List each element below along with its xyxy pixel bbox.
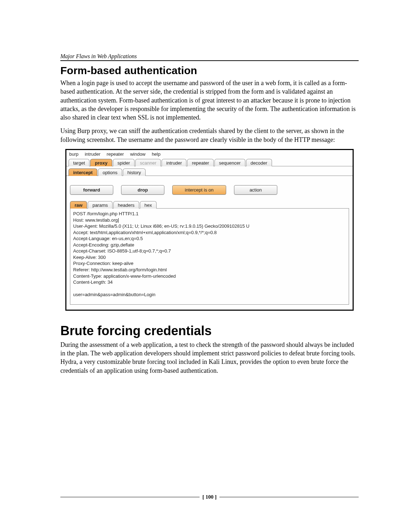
menu-help[interactable]: help bbox=[152, 151, 160, 157]
section-heading-form-auth: Form-based authentication bbox=[60, 65, 359, 77]
intercept-toggle-button[interactable]: intercept is on bbox=[172, 185, 226, 195]
raw-line: Content-Type: application/x-www-form-url… bbox=[73, 273, 176, 279]
menu-intruder[interactable]: intruder bbox=[85, 151, 100, 157]
raw-line: Accept: text/html,application/xhtml+xml,… bbox=[73, 230, 217, 235]
section-heading-brute-force: Brute forcing credentials bbox=[60, 323, 359, 338]
subtab-history[interactable]: history bbox=[123, 168, 146, 176]
footer-rule bbox=[219, 497, 359, 497]
raw-line: POST /form/login.php HTTP/1.1 bbox=[73, 211, 138, 216]
tab-proxy[interactable]: proxy bbox=[90, 159, 112, 166]
raw-line: Accept-Charset: ISO-8859-1,utf-8;q=0.7,*… bbox=[73, 248, 171, 254]
raw-line: Host: www.testlab.org bbox=[73, 217, 118, 223]
sub-tab-row: intercept options history bbox=[66, 166, 353, 176]
viewtab-hex[interactable]: hex bbox=[140, 201, 157, 209]
tab-decoder[interactable]: decoder bbox=[246, 159, 272, 166]
viewtab-raw[interactable]: raw bbox=[70, 201, 87, 209]
burp-screenshot: burp intruder repeater window help targe… bbox=[65, 149, 354, 311]
raw-line: Accept-Encoding: gzip,deflate bbox=[73, 242, 134, 248]
body-paragraph: When a login page is used to accept the … bbox=[60, 79, 359, 122]
menu-repeater[interactable]: repeater bbox=[107, 151, 124, 157]
tab-repeater[interactable]: repeater bbox=[187, 159, 213, 166]
viewtab-params[interactable]: params bbox=[88, 201, 112, 209]
menu-window[interactable]: window bbox=[130, 151, 145, 157]
body-paragraph: Using Burp proxy, we can sniff the authe… bbox=[60, 127, 359, 144]
footer-rule bbox=[60, 497, 200, 497]
text-cursor-icon bbox=[118, 218, 119, 223]
tab-scanner[interactable]: scanner bbox=[135, 159, 161, 166]
drop-button[interactable]: drop bbox=[121, 185, 164, 195]
raw-request-view[interactable]: POST /form/login.php HTTP/1.1 Host: www.… bbox=[70, 209, 349, 305]
raw-line: Accept-Language: en-us,en;q=0.5 bbox=[73, 236, 143, 241]
body-paragraph: During the assessment of a web applicati… bbox=[60, 340, 359, 375]
raw-line: user=admin&pass=admin&button=Login bbox=[73, 292, 156, 297]
menu-burp[interactable]: burp bbox=[69, 151, 78, 157]
tab-target[interactable]: target bbox=[69, 159, 89, 166]
raw-line: Proxy-Connection: keep-alive bbox=[73, 261, 134, 266]
forward-button[interactable]: forward bbox=[70, 185, 113, 195]
viewtab-headers[interactable]: headers bbox=[113, 201, 139, 209]
tab-intruder[interactable]: intruder bbox=[162, 159, 186, 166]
page-number: [ 100 ] bbox=[200, 494, 219, 500]
subtab-options[interactable]: options bbox=[98, 168, 122, 176]
tab-spider[interactable]: spider bbox=[113, 159, 135, 166]
raw-line: Referer: http://www.testlab.org/form/log… bbox=[73, 267, 167, 272]
raw-line: User-Agent: Mozilla/5.0 (X11; U; Linux i… bbox=[73, 223, 249, 229]
tab-sequencer[interactable]: sequencer bbox=[214, 159, 245, 166]
subtab-intercept[interactable]: intercept bbox=[69, 168, 97, 176]
action-button[interactable]: action bbox=[234, 185, 277, 195]
button-row: forward drop intercept is on action bbox=[70, 185, 349, 195]
running-head: Major Flaws in Web Applications bbox=[60, 53, 359, 61]
raw-line: Content-Length: 34 bbox=[73, 279, 113, 285]
page-footer: [ 100 ] bbox=[60, 494, 359, 500]
raw-line: Keep-Alive: 300 bbox=[73, 255, 106, 260]
view-tab-row: raw params headers hex bbox=[70, 200, 349, 209]
toolbar-area: forward drop intercept is on action raw … bbox=[66, 176, 353, 310]
menu-bar: burp intruder repeater window help bbox=[66, 150, 353, 157]
main-tab-row: target proxy spider scanner intruder rep… bbox=[66, 157, 353, 166]
